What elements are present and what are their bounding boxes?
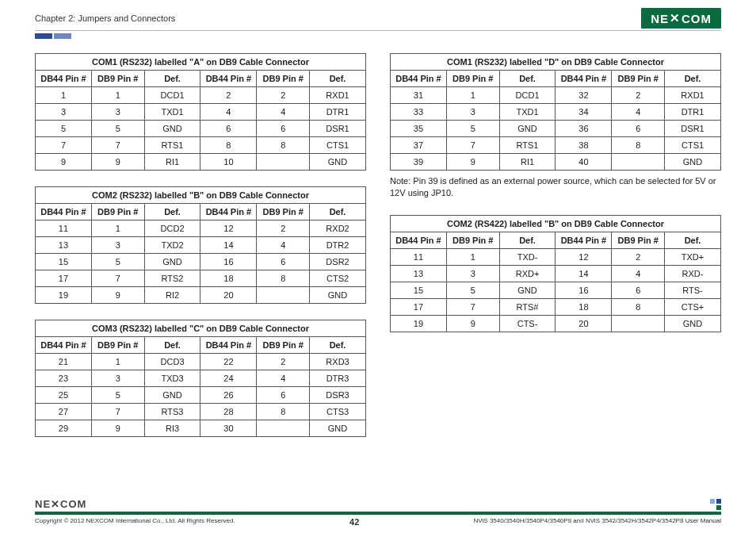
table-cell: 13 xyxy=(36,237,92,254)
column-header: DB9 Pin # xyxy=(257,204,310,220)
table-row: 399RI140GND xyxy=(391,154,721,171)
table-cell: 37 xyxy=(391,137,447,154)
table-cell: 3 xyxy=(91,370,144,387)
column-header: DB9 Pin # xyxy=(91,337,144,354)
chapter-title: Chapter 2: Jumpers and Connectors xyxy=(35,13,175,23)
table-cell: 8 xyxy=(612,298,665,315)
table-row: 133TXD2144DTR2 xyxy=(36,237,366,254)
table-row: 55GND66DSR1 xyxy=(36,121,366,137)
table-cell: TXD3 xyxy=(144,370,200,387)
table-cell: 4 xyxy=(257,237,310,254)
table-cell: DSR3 xyxy=(310,387,366,404)
footer-row-bottom: Copyright © 2012 NEXCOM International Co… xyxy=(35,517,721,527)
table-row: 99RI110GND xyxy=(36,154,366,171)
column-header: DB9 Pin # xyxy=(612,232,665,248)
table-cell: TXD1 xyxy=(144,104,200,121)
table-cell: 9 xyxy=(91,154,144,171)
table-cell: 5 xyxy=(36,121,92,137)
table-cell: 14 xyxy=(200,237,257,254)
table-cell: RTS# xyxy=(499,298,556,315)
table-cell: CTS+ xyxy=(665,298,721,315)
table-title: COM3 (RS232) labelled "C" on DB9 Cable C… xyxy=(36,320,366,337)
table-cell: DSR2 xyxy=(310,254,366,270)
table-cell: 23 xyxy=(36,370,92,387)
footer-square-tr xyxy=(716,499,721,504)
nexcom-logo-top: NE✕COM xyxy=(641,8,721,29)
table-wrapper: COM2 (RS422) labelled "B" on DB9 Cable C… xyxy=(390,215,721,332)
column-header: DB9 Pin # xyxy=(257,337,310,354)
table-cell: 18 xyxy=(556,298,612,315)
table-row: 77RTS188CTS1 xyxy=(36,137,366,154)
table-cell: 28 xyxy=(200,404,257,420)
table-cell: 1 xyxy=(91,87,144,104)
table-cell: 25 xyxy=(36,387,92,404)
table-cell: 1 xyxy=(36,87,92,104)
table-cell xyxy=(612,315,665,332)
table-cell xyxy=(257,287,310,304)
accent-block-dark xyxy=(35,33,52,39)
table-cell: 2 xyxy=(612,248,665,265)
accent-block-light xyxy=(54,33,71,39)
table-cell: GND xyxy=(499,282,556,298)
column-header: DB9 Pin # xyxy=(257,71,310,87)
footer-row-top: NE✕COM xyxy=(35,498,721,510)
connector-table: COM2 (RS232) labelled "B" on DB9 Cable C… xyxy=(35,186,366,304)
page-footer: NE✕COM Copyright © 2012 NEXCOM Internati… xyxy=(0,498,756,527)
table-cell: 34 xyxy=(556,104,612,121)
table-row: 111TXD-122TXD+ xyxy=(391,248,721,265)
table-cell: 6 xyxy=(612,282,665,298)
table-cell: 10 xyxy=(200,154,257,171)
table-cell: GND xyxy=(144,121,200,137)
table-row: 199CTS-20GND xyxy=(391,315,721,332)
table-cell: 31 xyxy=(391,87,447,104)
table-cell: 17 xyxy=(36,270,92,287)
table-cell: 7 xyxy=(36,137,92,154)
table-cell: 4 xyxy=(612,265,665,282)
table-row: 355GND366DSR1 xyxy=(391,121,721,137)
table-row: 255GND266DSR3 xyxy=(36,387,366,404)
column-header: Def. xyxy=(499,232,556,248)
nexcom-logo-bottom: NE✕COM xyxy=(35,498,86,510)
table-cell: 2 xyxy=(200,87,257,104)
column-header: Def. xyxy=(310,204,366,220)
column-header: Def. xyxy=(499,71,556,87)
table-cell: 21 xyxy=(36,354,92,370)
table-cell: 39 xyxy=(391,154,447,171)
page: Chapter 2: Jumpers and Connectors NE✕COM… xyxy=(0,0,756,533)
table-cell: CTS2 xyxy=(310,270,366,287)
table-cell: DTR2 xyxy=(310,237,366,254)
content-columns: COM1 (RS232) labelled "A" on DB9 Cable C… xyxy=(35,53,721,437)
column-header: Def. xyxy=(144,337,200,354)
table-cell: CTS- xyxy=(499,315,556,332)
table-cell: DSR1 xyxy=(310,121,366,137)
table-cell: 3 xyxy=(36,104,92,121)
table-cell: 3 xyxy=(446,265,499,282)
table-title: COM1 (RS232) labelled "D" on DB9 Cable C… xyxy=(391,54,721,71)
table-cell: 12 xyxy=(200,220,257,237)
table-cell: 36 xyxy=(556,121,612,137)
table-cell: 6 xyxy=(257,121,310,137)
column-header: Def. xyxy=(144,204,200,220)
table-row: 311DCD1322RXD1 xyxy=(391,87,721,104)
table-cell: 2 xyxy=(612,87,665,104)
table-cell: 2 xyxy=(257,87,310,104)
header-accent-blocks xyxy=(35,33,721,39)
table-row: 199RI220GND xyxy=(36,287,366,304)
column-header: Def. xyxy=(144,71,200,87)
table-row: 177RTS2188CTS2 xyxy=(36,270,366,287)
table-cell: 19 xyxy=(36,287,92,304)
table-cell: 35 xyxy=(391,121,447,137)
table-cell: 2 xyxy=(257,354,310,370)
table-cell: 5 xyxy=(446,282,499,298)
column-header: DB44 Pin # xyxy=(200,337,257,354)
table-cell: 26 xyxy=(200,387,257,404)
column-header: Def. xyxy=(665,232,721,248)
table-wrapper: COM1 (RS232) labelled "D" on DB9 Cable C… xyxy=(390,53,721,199)
table-cell: 5 xyxy=(446,121,499,137)
table-cell: 15 xyxy=(36,254,92,270)
table-cell: 8 xyxy=(257,270,310,287)
table-cell: 22 xyxy=(200,354,257,370)
table-row: 133RXD+144RXD- xyxy=(391,265,721,282)
table-cell: 6 xyxy=(612,121,665,137)
table-cell: RTS1 xyxy=(499,137,556,154)
